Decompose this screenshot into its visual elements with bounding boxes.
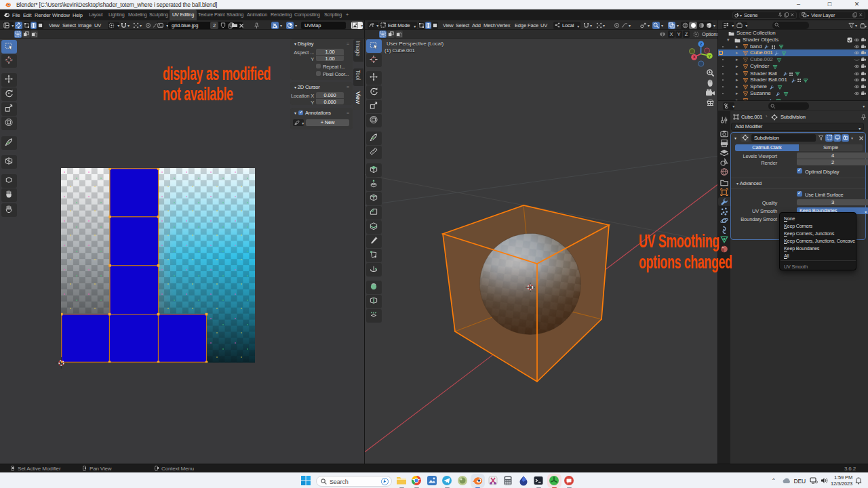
outliner-row-cylinder[interactable]: ▸ Cylinder xyxy=(718,63,868,70)
select-mode-vertex[interactable] xyxy=(418,22,425,29)
modifier-type-button[interactable] xyxy=(741,134,749,142)
view-layer-selector[interactable]: ▾ View Layer xyxy=(800,12,865,19)
annotations-checkbox[interactable] xyxy=(298,110,303,115)
use-limit-surface-checkbox[interactable] xyxy=(797,191,802,197)
tool-bevel[interactable] xyxy=(366,206,382,220)
mirror-x-toggle[interactable]: X xyxy=(668,30,675,38)
panel-grip-icon[interactable]: = xyxy=(347,41,349,46)
taskbar-app-peak[interactable] xyxy=(518,475,530,487)
annotation-layer-button[interactable]: ▾ xyxy=(293,119,304,126)
tool-extrude[interactable] xyxy=(366,178,382,191)
image-users-count[interactable]: 2 xyxy=(210,22,218,29)
tool-annotate[interactable] xyxy=(366,131,382,145)
vp-select-subtract-button[interactable] xyxy=(395,30,403,38)
taskbar-app-blender[interactable] xyxy=(472,475,484,487)
outliner-row-band[interactable]: ▸ band xyxy=(718,43,868,50)
shading-material-icon[interactable] xyxy=(698,22,705,28)
viewport-editor-type-button[interactable]: ▾ xyxy=(368,22,378,29)
properties-tab-modifiers[interactable] xyxy=(718,197,730,206)
outliner-row-suzanne[interactable]: ▸ Suzanne xyxy=(718,90,868,97)
properties-tab-view-layer[interactable] xyxy=(718,148,730,157)
uv-snap-icon[interactable] xyxy=(121,22,127,28)
menu-item-keep-boundaries[interactable]: Keep Boundaries xyxy=(784,245,819,251)
sidebar-tab-tool[interactable]: Tool xyxy=(353,68,363,86)
pin-icon[interactable] xyxy=(861,114,867,121)
expand-icon[interactable]: ▸ xyxy=(736,56,738,63)
tool-add-cube[interactable] xyxy=(366,163,382,177)
uv-select-new-button[interactable] xyxy=(14,30,22,38)
vp-menu-select[interactable]: Select xyxy=(456,22,469,28)
transform-orientation-selector[interactable]: Local ▾ xyxy=(553,22,580,29)
modifier-editmode-toggle[interactable] xyxy=(825,134,833,142)
expand-icon[interactable]: ▾ xyxy=(727,37,729,43)
pixel-coords-checkbox[interactable] xyxy=(316,71,321,76)
properties-tab-render[interactable] xyxy=(718,129,730,138)
properties-tab-object[interactable] xyxy=(718,188,730,197)
menu-item-all[interactable]: All xyxy=(784,253,789,259)
modifier-name-field[interactable]: Subdivision xyxy=(751,134,816,142)
modifier-realtime-toggle[interactable] xyxy=(833,134,841,142)
optimal-display-checkbox[interactable] xyxy=(797,168,802,174)
uv-select-mode-edge[interactable] xyxy=(31,22,37,29)
expand-icon[interactable]: ▾ xyxy=(734,136,736,140)
vp-select-extend-button[interactable] xyxy=(387,30,395,38)
repeat-image-checkbox[interactable] xyxy=(316,64,321,68)
new-collection-icon[interactable] xyxy=(860,22,867,29)
tool-rotate[interactable] xyxy=(1,87,17,101)
menu-item-keep-corners-junctions-concave[interactable]: Keep Corners, Junctions, Concave xyxy=(784,238,855,244)
uv-select-mode-face[interactable] xyxy=(37,22,43,29)
quality-field[interactable]: 3 xyxy=(797,199,868,205)
outliner-row-shader-ball[interactable]: ▸ Shader Ball xyxy=(718,70,868,77)
modifier-extras-icon[interactable]: ▾ xyxy=(851,136,853,140)
tool-transform[interactable] xyxy=(366,114,382,127)
tool-spin[interactable] xyxy=(366,263,382,277)
tray-chevron-up-icon[interactable]: ⌃ xyxy=(771,478,776,484)
expand-icon[interactable]: ▸ xyxy=(736,63,738,70)
menu-edit[interactable]: Edit xyxy=(23,12,31,18)
tool-rip-region[interactable] xyxy=(1,155,17,169)
menu-help[interactable]: Help xyxy=(73,12,83,18)
outliner-filter-icon[interactable] xyxy=(848,22,854,28)
maximize-button[interactable]: □ xyxy=(825,0,834,9)
breadcrumb-modifier[interactable]: Subdivision xyxy=(781,114,806,120)
shading-solid-button[interactable] xyxy=(689,22,697,29)
transform-pivot-icon[interactable] xyxy=(693,31,699,37)
properties-tab-particles[interactable] xyxy=(718,207,730,216)
sidebar-tab-view[interactable]: View xyxy=(353,90,363,110)
properties-search-field[interactable] xyxy=(768,102,809,110)
vp-select-new-button[interactable] xyxy=(379,30,387,38)
expand-icon[interactable]: ▸ xyxy=(736,77,738,83)
scene-selector[interactable]: ▾ Scene xyxy=(732,12,797,19)
tool-knife[interactable] xyxy=(366,235,382,248)
workspace-tab-compositing[interactable]: Compositing xyxy=(292,9,323,20)
uv-menu-uv[interactable]: UV xyxy=(94,22,101,28)
sidebar-tab-image[interactable]: Image xyxy=(353,39,363,62)
outliner-row-sphere[interactable]: ▸ Sphere xyxy=(718,83,868,90)
properties-tab-physics[interactable] xyxy=(718,216,730,225)
pan-hand-icon[interactable] xyxy=(706,79,715,87)
close-button[interactable]: ✕ xyxy=(852,0,861,9)
blender-menu-icon[interactable] xyxy=(3,12,9,18)
vp-proportional-editing-icon[interactable] xyxy=(614,22,620,28)
uv-overlay[interactable] xyxy=(61,168,255,363)
subdivision-type-catmull[interactable]: Catmull-Clark xyxy=(735,144,799,151)
uv-browse-image-button[interactable]: ▾ xyxy=(157,22,167,29)
uv-menu-select[interactable]: Select xyxy=(62,22,76,28)
vp-menu-uv[interactable]: UV xyxy=(540,22,547,28)
tool-smooth[interactable] xyxy=(366,281,382,294)
taskbar-app-green-app[interactable] xyxy=(549,475,560,487)
taskbar-app-terminal[interactable] xyxy=(533,475,545,487)
taskbar-app-red-app[interactable] xyxy=(564,475,575,487)
menu-file[interactable]: File xyxy=(12,12,20,18)
workspace-tab-uv-editing[interactable]: UV Editing xyxy=(170,9,197,20)
taskbar-app-calculator[interactable] xyxy=(502,475,514,487)
vp-falloff-icon[interactable] xyxy=(621,22,628,28)
tool-pinch[interactable] xyxy=(1,203,17,217)
volume-icon[interactable] xyxy=(821,477,828,484)
vp-menu-face[interactable]: Face xyxy=(528,22,538,28)
tool-move[interactable] xyxy=(366,71,382,85)
uv-select-mode-vertex[interactable] xyxy=(24,22,30,29)
tool-scale[interactable] xyxy=(366,100,382,113)
mode-selector[interactable]: Edit Mode ▾ xyxy=(379,22,417,29)
uv-select-subtract-button[interactable] xyxy=(31,30,38,38)
